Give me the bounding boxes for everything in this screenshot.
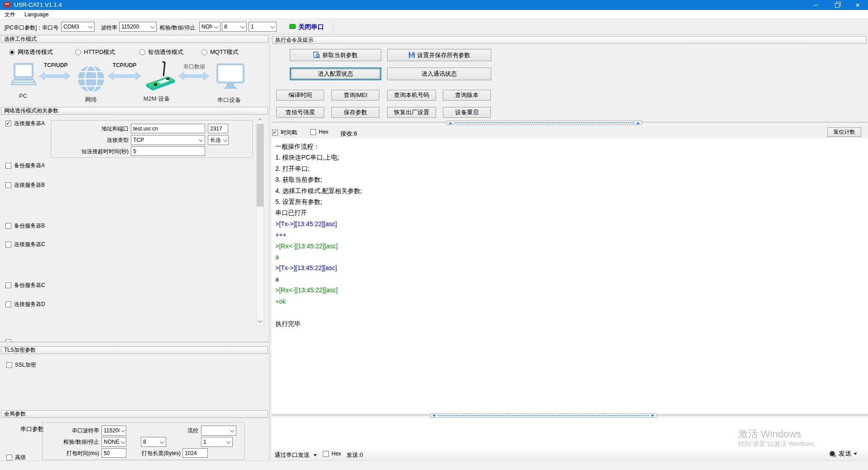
radio-mqtt[interactable]: MQTT模式 — [201, 48, 239, 56]
panel-divider[interactable] — [269, 34, 270, 470]
link-label: 串口数据 — [180, 63, 209, 71]
splitter-dots — [438, 415, 649, 416]
menu-language[interactable]: Language — [20, 10, 53, 19]
node-label-serial-device: 串口设备 — [216, 96, 243, 104]
menu-file[interactable]: 文件 — [0, 10, 20, 19]
compile-time-button[interactable]: 编译时间 — [276, 90, 324, 101]
commands-header: 执行命令及提示 — [272, 36, 867, 44]
collapse-up-icon — [449, 122, 452, 124]
splitter-dots — [454, 122, 634, 123]
server-port-input[interactable] — [208, 124, 228, 133]
titlebar: USR-CAT1 V1.1.4 — [0, 0, 868, 10]
radio-icon — [9, 49, 15, 55]
flow-control-select[interactable] — [201, 426, 236, 436]
send-splitter-handle[interactable] — [430, 413, 657, 418]
recv-hex-checkbox[interactable]: Hex — [310, 129, 328, 135]
save-params-button[interactable]: 保存参数 — [331, 107, 379, 118]
activate-windows-watermark: 激活 Windows — [738, 427, 801, 441]
server-d-checkbox[interactable]: 连接服务器D — [5, 300, 45, 308]
backup-server-c-checkbox[interactable]: 备份服务器C — [5, 281, 45, 289]
parity-select[interactable]: NONI — [199, 22, 221, 32]
restore-icon — [835, 3, 839, 7]
scrollbar-thumb[interactable] — [257, 124, 264, 207]
menubar: 文件 Language — [0, 10, 868, 19]
get-params-button[interactable]: 获取当前参数 — [290, 49, 381, 61]
pack-len-input[interactable] — [182, 448, 208, 458]
conn-type-select[interactable]: TCP — [131, 135, 205, 145]
backup-server-b-checkbox[interactable]: 备份服务器B — [5, 222, 45, 230]
log-line: a — [275, 252, 864, 262]
query-version-button[interactable]: 查询版本 — [443, 90, 491, 101]
send-button[interactable]: 发送 — [829, 450, 857, 458]
log-line: >[Rx<-][13:45:22][asc] — [275, 241, 864, 252]
window-title: USR-CAT1 V1.1.4 — [14, 1, 62, 8]
log-splitter-handle[interactable] — [446, 121, 642, 125]
checkbox-icon — [272, 130, 278, 136]
query-phone-number-button[interactable]: 查询本机号码 — [387, 90, 436, 101]
serial-line-label: 检验/数据/停止 — [43, 438, 99, 446]
tls-header: TLS加密参数 — [1, 346, 268, 354]
serial-baud-select[interactable]: 115200 — [101, 426, 126, 436]
close-port-button[interactable]: 关闭串口 — [298, 23, 324, 31]
log-line: 执行完毕 — [275, 318, 864, 329]
toolbar-separator — [333, 21, 333, 34]
backup-server-a-checkbox[interactable]: 备份服务器A — [5, 162, 45, 170]
short-timeout-label: 短连接超时时间(秒) — [51, 148, 129, 155]
global-params-header: 全局参数 — [1, 410, 268, 418]
radio-sms-transparent[interactable]: 短信透传模式 — [139, 48, 183, 56]
chevron-down-icon — [239, 22, 246, 31]
enter-config-button[interactable]: 进入配置状态 — [290, 68, 381, 80]
query-imei-button[interactable]: 查询IMEI — [331, 90, 379, 101]
radio-httpd[interactable]: HTTPD模式 — [75, 48, 115, 56]
timestamp-checkbox[interactable]: 时间戳 — [272, 129, 297, 136]
serial-params-label: 串口参数 — [20, 425, 44, 433]
checkbox-icon — [5, 223, 11, 229]
arrow-icon — [38, 72, 71, 81]
chevron-down-icon — [212, 22, 220, 31]
log-line: 一般操作流程： — [275, 141, 864, 152]
baud-select[interactable]: 115200 — [119, 22, 157, 32]
server-address-input[interactable] — [131, 124, 205, 133]
device-restart-button[interactable]: 设备重启 — [443, 107, 491, 118]
left-panel-scrollbar[interactable] — [256, 116, 264, 325]
log-area[interactable]: 一般操作流程：1. 模块连PC串口,上电;2. 打开串口;3. 获取当前参数;4… — [272, 138, 868, 413]
close-button[interactable]: ✕ — [847, 0, 868, 10]
scroll-up-icon[interactable] — [258, 118, 263, 123]
keepalive-select[interactable]: 长连 — [208, 135, 229, 145]
log-line: +++ — [275, 229, 864, 240]
enter-comm-button[interactable]: 进入通讯状态 — [387, 68, 491, 80]
scroll-down-icon[interactable] — [258, 319, 263, 323]
set-save-params-button[interactable]: 设置并保存所有参数 — [387, 49, 491, 61]
stopbits-select[interactable]: 1 — [249, 22, 277, 32]
factory-reset-button[interactable]: 恢复出厂设置 — [387, 107, 436, 118]
pack-time-input[interactable] — [101, 448, 126, 458]
server-b-checkbox[interactable]: 连接服务器B — [5, 181, 45, 189]
minimize-button[interactable] — [806, 0, 826, 10]
link-label: TCP/UDP — [41, 62, 70, 68]
log-line: 4. 选择工作模式,配置相关参数; — [275, 185, 864, 196]
node-label-pc: PC — [14, 92, 32, 99]
ssl-checkbox[interactable]: SSL加密 — [6, 361, 36, 369]
radio-net-transparent[interactable]: 网络透传模式 — [9, 48, 53, 56]
reset-counter-button[interactable]: 复位计数 — [827, 127, 861, 137]
signal-strength-button[interactable]: 查信号强度 — [276, 107, 324, 118]
work-mode-header: 选择工作模式 — [1, 35, 268, 43]
serial-databits-select[interactable]: 8 — [141, 437, 166, 447]
conn-type-label: 连接类型 — [51, 136, 129, 144]
chevron-down-icon — [197, 136, 205, 145]
chevron-down-icon — [149, 22, 156, 31]
databits-select[interactable]: 8 — [222, 22, 247, 32]
serial-parity-select[interactable]: NONE — [101, 437, 126, 447]
send-hex-checkbox[interactable]: Hex — [323, 451, 341, 457]
checkbox-icon — [5, 282, 11, 288]
send-via-serial-dropdown[interactable]: 通过串口发送 — [274, 451, 317, 459]
serial-stopbits-select[interactable]: 1 — [201, 437, 233, 447]
com-port-select[interactable]: COM3 — [61, 22, 95, 32]
chevron-down-icon — [120, 426, 126, 435]
server-a-checkbox[interactable]: 连接服务器A — [5, 120, 45, 127]
server-a-param-box: 地址和端口 连接类型 TCP 长连 短连接超时时间(秒) — [51, 120, 253, 158]
restore-button[interactable] — [826, 0, 847, 10]
port-open-led-icon — [289, 24, 296, 29]
server-c-checkbox[interactable]: 连接服务器C — [5, 241, 45, 248]
short-timeout-input[interactable] — [131, 146, 205, 156]
